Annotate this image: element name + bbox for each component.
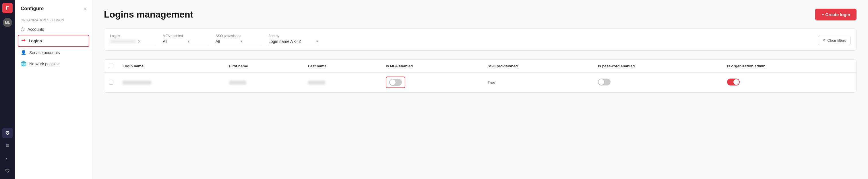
icon-bar: F ML ⚙ ≡ ›_ 🛡 — [0, 0, 15, 179]
mfa-filter-label: MFA enabled — [163, 34, 209, 38]
org-admin-toggle[interactable] — [727, 79, 740, 85]
sso-filter-group: SSO provisioned All Yes No ▼ — [216, 34, 261, 45]
sidebar-item-network-policies[interactable]: 🌐 Network policies — [15, 58, 92, 69]
logins-filter-group: Logins ✕ — [110, 34, 156, 45]
password-header: Is password enabled — [593, 59, 722, 73]
page-title: Logins management — [104, 9, 193, 20]
password-cell — [593, 73, 722, 93]
sidebar-item-label-logins: Logins — [29, 39, 42, 43]
first-name-value — [229, 81, 246, 85]
collapse-btn[interactable]: « — [84, 6, 86, 11]
mfa-header: Is MFA enabled — [381, 59, 483, 73]
login-icon: ⮕ — [21, 38, 26, 44]
table-row: True — [104, 73, 856, 93]
mfa-filter-group: MFA enabled All Yes No ▼ — [163, 34, 209, 45]
mfa-dropdown-arrow-icon: ▼ — [187, 40, 190, 44]
sort-filter-select-wrap: Login name A -> Z Login name Z -> A ▼ — [268, 39, 319, 45]
create-login-button[interactable]: + Create login — [815, 9, 857, 20]
sidebar-section-label: Organization settings — [15, 16, 92, 24]
sso-cell: True — [483, 73, 594, 93]
main-content: Logins management + Create login Logins … — [92, 0, 868, 179]
login-name-value — [123, 81, 151, 85]
app-logo[interactable]: F — [2, 3, 12, 13]
sidebar-item-accounts[interactable]: ⬡ Accounts — [15, 24, 92, 35]
sidebar: Configure « Organization settings ⬡ Acco… — [15, 0, 92, 179]
last-name-value — [308, 81, 325, 85]
mfa-filter-select-wrap: All Yes No ▼ — [163, 39, 209, 45]
password-toggle[interactable] — [598, 79, 611, 85]
person-icon: 👤 — [21, 50, 26, 55]
select-all-checkbox[interactable] — [109, 63, 113, 68]
terminal-nav-icon[interactable]: ›_ — [2, 153, 12, 163]
logins-filter-clear-icon[interactable]: ✕ — [137, 39, 141, 44]
mfa-toggle[interactable] — [389, 79, 402, 86]
sidebar-item-logins[interactable]: ⮕ Logins — [18, 35, 89, 47]
mfa-filter-select[interactable]: All Yes No — [163, 39, 186, 44]
settings-nav-icon[interactable]: ⚙ — [2, 128, 12, 138]
sso-filter-select[interactable]: All Yes No — [216, 39, 239, 44]
sidebar-item-label-service-accounts: Service accounts — [29, 50, 60, 55]
logins-filter-value — [110, 40, 136, 43]
sort-filter-select[interactable]: Login name A -> Z Login name Z -> A — [268, 39, 314, 44]
header-checkbox-cell — [104, 59, 118, 73]
logins-table: Login name First name Last name Is MFA e… — [104, 59, 857, 93]
sso-filter-select-wrap: All Yes No ▼ — [216, 39, 261, 45]
sso-header: SSO provisioned — [483, 59, 594, 73]
org-admin-header: Is organization admin — [722, 59, 856, 73]
configure-label: Configure — [21, 6, 43, 11]
sso-dropdown-arrow-icon: ▼ — [240, 40, 243, 44]
row-checkbox[interactable] — [109, 80, 113, 85]
sort-filter-label: Sort by — [268, 34, 319, 38]
table-header-row: Login name First name Last name Is MFA e… — [104, 59, 856, 73]
mfa-toggle-knob — [390, 79, 396, 85]
sso-value: True — [488, 80, 495, 85]
first-name-header: First name — [224, 59, 303, 73]
login-name-header: Login name — [118, 59, 224, 73]
clear-filters-button[interactable]: ✕ Clear filters — [818, 36, 850, 45]
password-toggle-knob — [598, 79, 604, 85]
layers-nav-icon[interactable]: ≡ — [2, 140, 12, 151]
cube-icon: ⬡ — [21, 26, 25, 32]
last-name-header: Last name — [303, 59, 381, 73]
page-header: Logins management + Create login — [104, 9, 857, 20]
logins-filter-label: Logins — [110, 34, 156, 38]
shield-nav-icon[interactable]: 🛡 — [2, 166, 12, 176]
mfa-cell — [381, 73, 483, 93]
clear-filters-x-icon: ✕ — [823, 38, 826, 43]
org-admin-toggle-knob — [733, 79, 739, 85]
sort-filter-group: Sort by Login name A -> Z Login name Z -… — [268, 34, 319, 45]
sidebar-header: Configure « — [15, 6, 92, 16]
logins-filter-input-wrap: ✕ — [110, 39, 156, 45]
clear-filters-label: Clear filters — [827, 38, 846, 43]
sort-dropdown-arrow-icon: ▼ — [315, 40, 319, 44]
sso-filter-label: SSO provisioned — [216, 34, 261, 38]
sidebar-item-label-accounts: Accounts — [28, 27, 44, 32]
sidebar-item-label-network-policies: Network policies — [29, 61, 59, 66]
org-admin-cell — [722, 73, 856, 93]
mfa-toggle-wrapper — [386, 77, 405, 88]
sidebar-item-service-accounts[interactable]: 👤 Service accounts — [15, 47, 92, 58]
row-checkbox-cell — [104, 73, 118, 93]
login-name-cell — [118, 73, 224, 93]
user-avatar[interactable]: ML — [3, 18, 12, 27]
filters-row: Logins ✕ MFA enabled All Yes No ▼ SSO pr… — [104, 28, 857, 51]
globe-icon: 🌐 — [21, 61, 26, 67]
first-name-cell — [224, 73, 303, 93]
last-name-cell — [303, 73, 381, 93]
